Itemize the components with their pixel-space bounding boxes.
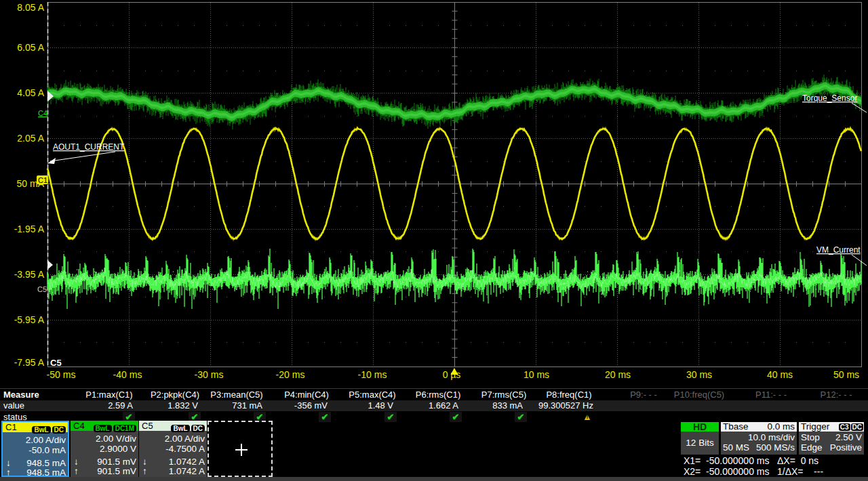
svg-text:C4: C4	[38, 109, 47, 117]
svg-text:30 ms: 30 ms	[686, 369, 712, 380]
svg-text:-40 ms: -40 ms	[113, 369, 142, 380]
svg-text:-1.95 A: -1.95 A	[14, 224, 45, 234]
svg-text:-3.95 A: -3.95 A	[14, 269, 45, 280]
svg-text:VM_Current: VM_Current	[816, 245, 861, 255]
svg-text:4.05 A: 4.05 A	[17, 87, 44, 98]
svg-text:2.05 A: 2.05 A	[17, 133, 44, 144]
svg-text:AOUT1_CURRENT: AOUT1_CURRENT	[53, 142, 125, 152]
svg-text:-7.95 A: -7.95 A	[14, 357, 45, 368]
svg-text:Torque_Sensor: Torque_Sensor	[802, 93, 857, 103]
svg-text:8.05 A: 8.05 A	[17, 2, 44, 13]
svg-text:-20 ms: -20 ms	[276, 369, 305, 380]
svg-text:C5: C5	[50, 358, 62, 368]
svg-text:-50 ms: -50 ms	[47, 369, 76, 380]
svg-text:C5: C5	[37, 285, 47, 293]
svg-text:-10 ms: -10 ms	[358, 369, 387, 380]
svg-text:C1: C1	[38, 176, 47, 184]
svg-text:-5.95 A: -5.95 A	[14, 314, 45, 325]
svg-text:10 ms: 10 ms	[524, 369, 549, 380]
svg-text:20 ms: 20 ms	[605, 369, 631, 380]
svg-text:50 ms: 50 ms	[833, 369, 859, 380]
svg-text:40 ms: 40 ms	[767, 369, 793, 380]
svg-text:-30 ms: -30 ms	[195, 369, 224, 380]
svg-text:6.05 A: 6.05 A	[17, 42, 44, 53]
